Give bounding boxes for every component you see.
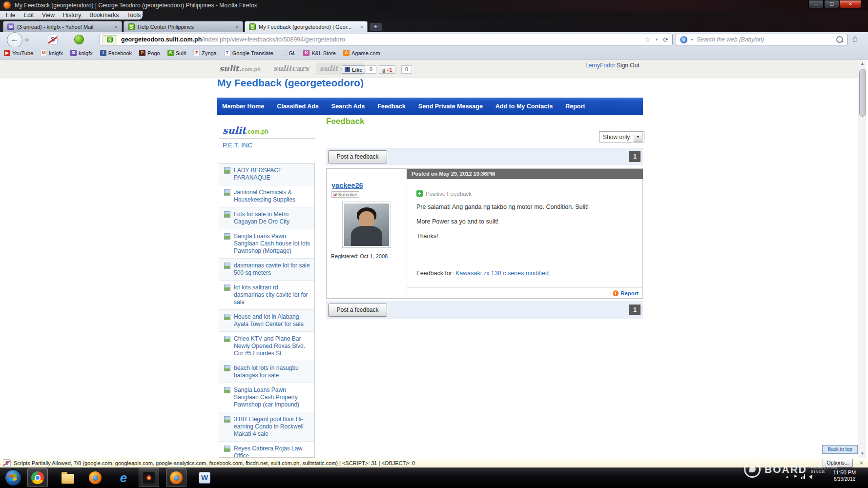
menu-tools[interactable]: Tools [127, 12, 141, 19]
bookmark-sulit[interactable]: SSulit [167, 50, 186, 56]
url-bar[interactable]: S georgeteodoro.sulit.com.ph/index.php/v… [100, 34, 673, 45]
google-plus-one-button[interactable]: g+1 [379, 65, 395, 74]
author-avatar[interactable] [342, 202, 391, 248]
tab-close-icon[interactable]: × [236, 24, 239, 30]
taskbar-explorer[interactable] [58, 468, 78, 487]
back-button[interactable]: ← [7, 32, 22, 48]
show-only-filter[interactable]: Show only: ▼ [599, 131, 644, 142]
listing-thumbnail-icon [224, 387, 230, 393]
taskbar-chrome[interactable] [27, 468, 48, 487]
menu-edit[interactable]: Edit [23, 12, 34, 19]
noscript-icon[interactable]: S [48, 35, 58, 44]
back-to-top-link[interactable]: Back to top [822, 445, 858, 454]
taskbar-media-player[interactable] [139, 468, 159, 487]
account-username-link[interactable]: LeroyFodor [585, 62, 615, 69]
facebook-like-button[interactable]: f Like [342, 65, 365, 74]
bookmark-pogo[interactable]: PPogo [139, 50, 160, 56]
nav-report[interactable]: Report [565, 103, 585, 110]
listing-item[interactable]: Sangla Loans Pawn Sanglaan Cash house lo… [219, 229, 314, 259]
scrollbar-thumb[interactable] [859, 69, 866, 117]
bookmark-gl[interactable]: GL [281, 50, 296, 56]
close-button[interactable]: ✕ [840, 0, 861, 8]
reload-icon[interactable]: ⟳ [663, 36, 668, 43]
forward-button[interactable]: ➜ [23, 36, 29, 43]
listing-item[interactable]: 3 BR Elegant pool floor Hi-earning Condo… [219, 412, 314, 442]
bookmark-youtube[interactable]: ▶YouTube [4, 50, 33, 56]
tab-help-center[interactable]: S Help Center Philippines × [124, 21, 243, 32]
divider [407, 287, 643, 288]
taskbar-internet-explorer[interactable]: e [113, 468, 134, 487]
nav-classified-ads[interactable]: Classified Ads [277, 103, 319, 110]
listing-item[interactable]: Chleo KTV and Piano Bar Newly Opened Rox… [219, 332, 314, 361]
tab-close-icon[interactable]: × [360, 24, 363, 30]
window-title: My Feedback (georgeteodoro) | George Teo… [15, 2, 257, 9]
search-icon[interactable] [836, 36, 843, 43]
babylon-icon[interactable]: b [680, 36, 687, 43]
listing-item[interactable]: beach lot lots in nasugbu batangas for s… [219, 361, 314, 383]
scroll-up-icon[interactable]: ▲ [858, 60, 867, 68]
extension-icon[interactable] [74, 35, 84, 44]
bookmark-facebook[interactable]: fFacebook [100, 50, 132, 56]
menu-view[interactable]: View [42, 12, 55, 19]
sign-out-link[interactable]: Sign Out [617, 62, 640, 69]
scroll-down-icon[interactable]: ▼ [858, 449, 867, 458]
tab-my-feedback-active[interactable]: S My Feedback (georgeteodoro) | Geor... … [245, 21, 368, 32]
seller-link[interactable]: P.E.T. INC [223, 142, 252, 149]
maximize-button[interactable]: ▢ [824, 0, 839, 8]
post-feedback-button-bottom[interactable]: Post a feedback [328, 304, 387, 317]
post-feedback-button-top[interactable]: Post a feedback [328, 150, 387, 163]
listing-item[interactable]: dasmarinas cavite lot for sale 500 sq me… [219, 259, 314, 281]
listing-item[interactable]: Lots for sale in Metro Cagayan De Oro Ci… [219, 207, 314, 229]
nav-add-to-contacts[interactable]: Add to My Contacts [496, 103, 553, 110]
chevron-down-icon[interactable]: ▼ [634, 133, 642, 142]
taskbar-firefox-active[interactable] [166, 468, 186, 487]
listing-item[interactable]: lot lots salitran rd. dasmarinas city ca… [219, 281, 314, 310]
listing-item[interactable]: Janitorial Chemicals & Housekeeping Supp… [219, 185, 314, 207]
search-input[interactable]: b ▼ Search the web (Babylon) [676, 34, 847, 45]
bookmark-star-icon[interactable]: ☆ [644, 36, 651, 43]
sulit-favicon: S [128, 23, 135, 30]
noscript-icon[interactable]: S [3, 459, 11, 467]
feedback-item-link[interactable]: Kawasaki zx 130 c series modified [455, 270, 549, 277]
screenshot-root: My Feedback (georgeteodoro) | George Teo… [0, 0, 868, 488]
bookmark-zynga[interactable]: ZZynga [193, 50, 217, 56]
minimize-button[interactable]: — [808, 0, 824, 8]
menu-file[interactable]: File [6, 12, 15, 19]
start-button[interactable] [5, 469, 21, 486]
menu-history[interactable]: History [63, 12, 81, 19]
nav-member-home[interactable]: Member Home [222, 103, 264, 110]
bookmark-google-translate[interactable]: TGoogle Translate [224, 50, 273, 56]
sulitcars-logo[interactable]: sulitcars [273, 64, 309, 73]
nav-search-ads[interactable]: Search Ads [331, 103, 365, 110]
new-tab-button[interactable]: + [370, 23, 382, 31]
internet-explorer-icon: e [120, 471, 127, 484]
nav-feedback[interactable]: Feedback [377, 103, 406, 110]
sulit-logo-gray[interactable]: sulit.com.ph [219, 64, 261, 73]
tab-yahoo-mail[interactable]: ✉ (3 unread) - knlgfx - Yahoo! Mail × [3, 21, 122, 32]
listing-item[interactable]: House and lot in Alabang Ayala Town Cent… [219, 310, 314, 332]
home-button[interactable]: ⌂ [852, 33, 858, 44]
bookmark-knlgfx-gmail[interactable]: Mknlgfx [41, 50, 63, 56]
bookmark-knlgfx-mail[interactable]: ✉knlgfx [70, 50, 93, 56]
tab-close-icon[interactable]: × [115, 24, 118, 30]
report-link[interactable]: Report [620, 290, 639, 296]
site-identity-box[interactable]: S [103, 35, 117, 44]
page-number-bottom[interactable]: 1 [629, 305, 641, 315]
url-text[interactable]: georgeteodoro.sulit.com.ph/index.php/vie… [121, 36, 641, 43]
nav-send-private-message[interactable]: Send Private Message [418, 103, 483, 110]
menu-help[interactable]: Help [149, 12, 161, 19]
page-number-top[interactable]: 1 [629, 151, 641, 162]
bookmark-kl-store[interactable]: KK&L Store [303, 50, 336, 56]
taskbar-word[interactable]: W [194, 468, 215, 487]
listing-item[interactable]: LADY BEDSPACE PARANAQUE [219, 163, 314, 185]
taskbar-firefox[interactable] [85, 468, 105, 487]
url-dropdown-icon[interactable]: ▼ [655, 38, 659, 42]
close-icon[interactable]: × [860, 460, 863, 467]
bookmark-agame[interactable]: AAgame.com [343, 50, 380, 56]
feedback-author-link[interactable]: yackee26 [331, 182, 363, 189]
listing-item[interactable]: Reyes Cabrera Rojas Law Office [219, 442, 314, 458]
listing-item[interactable]: Sangla Loans Pawn Sanglaan Cash Property… [219, 383, 314, 412]
search-engine-dropdown-icon[interactable]: ▼ [690, 38, 694, 41]
menu-bookmarks[interactable]: Bookmarks [89, 12, 119, 19]
vertical-scrollbar[interactable]: ▲ ▼ [858, 60, 866, 458]
